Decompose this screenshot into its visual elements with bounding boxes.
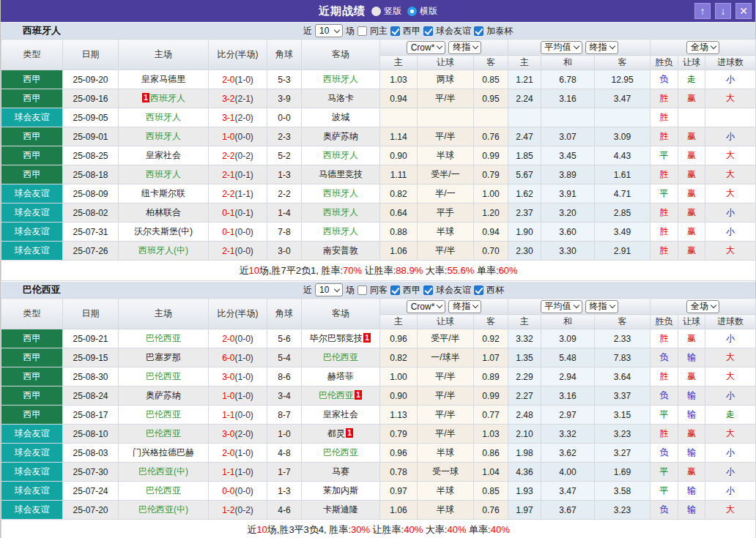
near-label: 近 (303, 284, 312, 296)
home-team-cell: 巴伦西亚 (119, 482, 209, 501)
match-type-cell: 球会友谊 (1, 108, 63, 127)
euro-away-odds-cell: 2.33 (595, 329, 651, 348)
euro-draw-odds-cell: 3.32 (541, 425, 595, 444)
handicap-home-odds-cell: 1.03 (380, 70, 418, 89)
corner-cell: 5-2 (267, 146, 302, 165)
goals-result-cell: 小 (705, 70, 756, 89)
league-checkbox-laliga[interactable] (390, 26, 400, 36)
match-row: 球会友谊25-08-02柏林联合0-1(0-1)1-4西班牙人0.64平手1.2… (1, 203, 756, 223)
handicap-home-odds-cell: 1.00 (380, 367, 418, 386)
layout-radio-vertical[interactable]: 竖版 (371, 5, 401, 18)
score-cell: 3-0(2-0) (209, 425, 267, 444)
halftime-score: (0-1) (235, 170, 253, 180)
subcol-hc-home: 主 (380, 56, 418, 70)
radio-icon[interactable] (371, 7, 381, 16)
euro-source-select[interactable]: 平均值 (541, 41, 582, 54)
summary-text: 近10场,胜7平2负1, 胜率:70% 让胜率:88.9% 大率:55.6% 单… (1, 261, 756, 281)
away-team-cell: 马赛 (302, 463, 380, 482)
home-team-cell: 巴伦西亚 (119, 329, 209, 348)
match-type-cell: 球会友谊 (1, 482, 63, 501)
team-name: 皇家社会 (323, 409, 358, 419)
handicap-away-odds-cell: 1.07 (474, 348, 508, 367)
match-type-cell: 西甲 (1, 367, 63, 386)
team-name: 西班牙人 (150, 93, 185, 103)
euro-source-select[interactable]: 平均值 (541, 300, 582, 313)
radio-label: 横版 (420, 5, 437, 18)
goals-result-cell: 大 (705, 367, 756, 386)
move-down-button[interactable]: ↓ (715, 3, 731, 19)
euro-draw-odds-cell: 3.07 (541, 127, 595, 146)
chevron-down-icon (609, 43, 615, 49)
match-row: 球会友谊25-09-05西班牙人3-1(2-0)0-0波城胜 (1, 108, 756, 127)
league-checkbox-friendly[interactable] (423, 285, 433, 295)
subcol-hc-away: 客 (474, 315, 508, 329)
summary-label: 让胜率: (362, 265, 396, 276)
match-type-cell: 球会友谊 (1, 444, 63, 463)
same-venue-checkbox[interactable] (357, 285, 367, 295)
handicap-away-odds-cell: 0.79 (474, 165, 508, 184)
team-name: 纽卡斯尔联 (141, 188, 185, 198)
radio-icon[interactable] (407, 7, 417, 16)
euro-home-odds-cell (508, 108, 541, 127)
period-select[interactable]: 全场 (686, 41, 719, 54)
score-cell: 1-0(0-0) (209, 127, 267, 146)
euro-time-select[interactable]: 终指 (585, 41, 618, 54)
close-button[interactable]: ✕ (735, 3, 752, 19)
handicap-result-cell: 赢 (678, 367, 705, 386)
handicap-home-odds-cell: 1.06 (380, 242, 418, 261)
team-name: 赫塔菲 (327, 371, 354, 381)
same-venue-label: 同客 (370, 284, 388, 296)
league-label: 西甲 (403, 25, 420, 37)
euro-draw-odds-cell: 3.67 (541, 501, 595, 520)
goals-result-cell: 走 (705, 406, 756, 425)
home-team-cell: 西班牙人 (119, 127, 209, 146)
team-name: 西班牙人 (23, 24, 61, 37)
handicap-line-cell: 受平/半 (418, 329, 474, 348)
match-row: 西甲25-08-24奥萨苏纳1-0(1-0)3-4巴伦西亚10.90平/半0.9… (1, 386, 756, 406)
col-date: 日期 (63, 299, 119, 329)
handicap-source-select[interactable]: Crow* (407, 300, 446, 313)
match-row: 球会友谊25-07-24巴伦西亚0-0(0-0)1-3莱加内斯0.97半球0.8… (1, 482, 756, 501)
score-cell: 2-2(1-1) (209, 184, 267, 203)
result-cell: 负 (651, 348, 678, 367)
fulltime-score: 2-2 (222, 189, 234, 199)
euro-time-select[interactable]: 终指 (585, 300, 618, 313)
team-name: 巴伦西亚 (146, 333, 181, 343)
goals-result-cell: 小 (705, 223, 756, 242)
handicap-away-odds-cell: 0.86 (474, 444, 508, 463)
same-venue-checkbox[interactable] (357, 26, 367, 36)
handicap-home-odds-cell: 0.96 (380, 329, 418, 348)
away-team-cell: 西班牙人 (302, 146, 380, 165)
match-type-cell: 西甲 (1, 348, 63, 367)
handicap-result-cell: 赢 (678, 127, 705, 146)
handicap-home-odds-cell: 0.94 (380, 89, 418, 108)
league-checkbox-cup[interactable] (474, 26, 483, 36)
move-up-button[interactable]: ↑ (694, 3, 711, 19)
league-checkbox-laliga[interactable] (390, 285, 400, 295)
handicap-away-odds-cell: 0.76 (474, 501, 508, 520)
subcol-eu-draw: 和 (541, 56, 595, 70)
result-cell: 负 (651, 444, 678, 463)
handicap-time-select[interactable]: 终指 (448, 41, 481, 54)
games-count-select[interactable]: 10 (315, 24, 343, 37)
euro-away-odds-cell: 3.47 (595, 89, 651, 108)
match-date-cell: 25-09-05 (63, 108, 119, 127)
halftime-score: (0-0) (235, 246, 253, 256)
red-card-badge: 1 (346, 428, 353, 438)
handicap-away-odds-cell: 1.04 (474, 463, 508, 482)
period-select[interactable]: 全场 (686, 300, 719, 313)
corner-cell: 8-6 (267, 367, 302, 386)
handicap-away-odds-cell: 1.00 (474, 184, 508, 203)
games-count-select[interactable]: 10 (315, 283, 343, 296)
subcol-goals: 进球数 (705, 56, 756, 70)
subcol-hc-line: 让球 (418, 315, 474, 329)
euro-away-odds-cell: 3.64 (595, 367, 651, 386)
league-checkbox-cup[interactable] (474, 285, 483, 295)
team-name: 巴伦西亚 (23, 283, 61, 296)
handicap-source-select[interactable]: Crow* (407, 41, 446, 54)
euro-away-odds-cell: 3.49 (595, 223, 651, 242)
layout-radio-horizontal[interactable]: 横版 (407, 5, 437, 18)
league-checkbox-friendly[interactable] (423, 26, 433, 36)
summary-label: 近 (247, 524, 256, 535)
handicap-time-select[interactable]: 终指 (448, 300, 481, 313)
